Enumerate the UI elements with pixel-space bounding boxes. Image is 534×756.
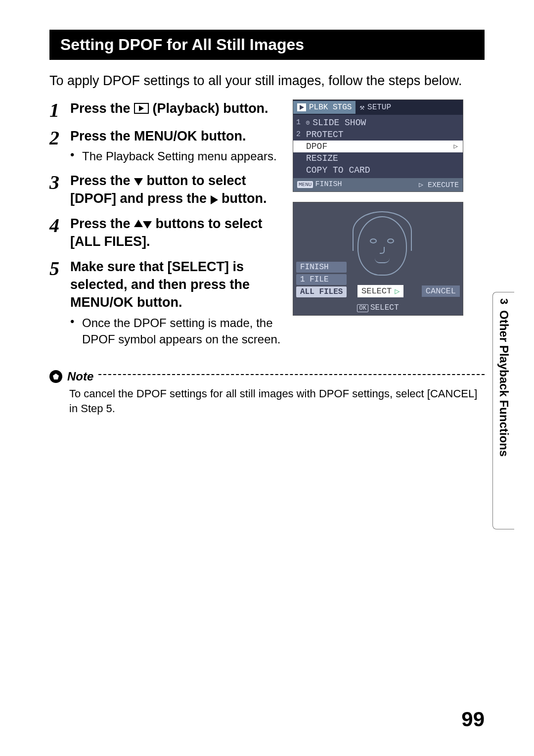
preview-cancel-button: CANCEL — [422, 285, 460, 297]
bullet-icon: • — [70, 148, 82, 165]
menu-row-resize: RESIZE — [293, 152, 463, 164]
step-1: 1 Press the (Playback) button. — [49, 99, 283, 120]
camera-menu-screen: PLBK STGS ⚒ SETUP 1 ◎ SLIDE SHOW 2 — [293, 99, 463, 192]
menu-badge-icon: MENU — [297, 181, 313, 188]
preview-action-row: SELECT ▷ CANCEL — [357, 285, 460, 297]
text-fragment: button. — [222, 191, 267, 206]
target-icon: ◎ — [306, 119, 310, 126]
wrench-icon: ⚒ — [359, 102, 364, 112]
down-triangle-icon — [134, 178, 143, 186]
camera-menu-footer: MENUFINISH ▷ EXECUTE — [293, 178, 463, 191]
chevron-right-icon: ▷ — [395, 286, 400, 296]
chapter-title: Other Playback Functions — [497, 310, 511, 457]
step-3: 3 Press the button to select [DPOF] and … — [49, 172, 283, 208]
chapter-number: 3 — [497, 298, 510, 304]
row-label: PROTECT — [306, 130, 344, 140]
step-5: 5 Make sure that [SELECT] is selected, a… — [49, 258, 283, 348]
ok-badge-icon: OK — [357, 304, 368, 312]
bullet-icon: • — [70, 315, 82, 348]
content-columns: 1 Press the (Playback) button. 2 Press t… — [49, 99, 485, 355]
camera-screenshots: PLBK STGS ⚒ SETUP 1 ◎ SLIDE SHOW 2 — [293, 99, 463, 316]
preview-footer-label: SELECT — [370, 303, 399, 312]
page-number: 99 — [461, 708, 485, 731]
camera-preview-screen: FINISH 1 FILE ALL FILES SELECT ▷ CANCEL … — [293, 202, 463, 316]
menu-row-protect: 2 PROTECT — [293, 129, 463, 141]
right-triangle-icon — [211, 195, 218, 204]
camera-tabs: PLBK STGS ⚒ SETUP — [293, 100, 463, 115]
menu-row-slideshow: 1 ◎ SLIDE SHOW — [293, 117, 463, 129]
step-title: Press the buttons to select [ALL FILES]. — [70, 215, 283, 251]
step-title: Press the (Playback) button. — [70, 99, 283, 117]
preview-select-button: SELECT ▷ — [357, 285, 403, 297]
text-fragment: Press the — [70, 216, 134, 231]
row-index: 1 — [296, 118, 303, 127]
note-label: Note — [67, 370, 93, 383]
menu-row-dpof: DPOF ▷ — [293, 141, 463, 152]
step-list: 1 Press the (Playback) button. 2 Press t… — [49, 99, 283, 355]
note-dashes — [98, 374, 485, 375]
playback-tab-icon — [297, 103, 306, 111]
text-fragment: Press the — [70, 101, 134, 116]
option-1file: 1 FILE — [296, 274, 347, 285]
step-title: Make sure that [SELECT] is selected, and… — [70, 258, 283, 312]
chapter-thumb-tab: 3 Other Playback Functions — [492, 292, 514, 529]
row-label: DPOF — [306, 142, 327, 151]
chevron-right-icon: ▷ — [454, 142, 458, 150]
row-label: RESIZE — [306, 153, 338, 163]
intro-text: To apply DPOF settings to all your still… — [49, 72, 485, 91]
step-title: Press the MENU/OK button. — [70, 127, 283, 145]
text-fragment: Press the — [70, 173, 134, 188]
footer-right-label: EXECUTE — [428, 181, 459, 189]
option-finish: FINISH — [296, 262, 347, 273]
option-allfiles: ALL FILES — [296, 286, 347, 297]
step-number: 5 — [49, 258, 70, 348]
note-block: Note To cancel the DPOF settings for all… — [49, 370, 485, 416]
step-number: 2 — [49, 127, 70, 165]
row-label: COPY TO CARD — [306, 165, 370, 175]
row-index: 2 — [296, 130, 303, 139]
step-number: 1 — [49, 99, 70, 120]
step-number: 4 — [49, 215, 70, 251]
row-label: SLIDE SHOW — [312, 118, 366, 128]
step-2: 2 Press the MENU/OK button. • The Playba… — [49, 127, 283, 165]
tab-setup: ⚒ SETUP — [356, 100, 395, 114]
camera-menu-list: 1 ◎ SLIDE SHOW 2 PROTECT DPOF ▷ — [293, 115, 463, 178]
face-illustration — [348, 211, 417, 285]
step-4: 4 Press the buttons to select [ALL FILES… — [49, 215, 283, 251]
menu-row-copy: COPY TO CARD — [293, 164, 463, 176]
step-number: 3 — [49, 172, 70, 208]
playback-icon — [134, 103, 149, 114]
preview-option-stack: FINISH 1 FILE ALL FILES — [296, 262, 347, 297]
tab-label: PLBK STGS — [309, 103, 352, 112]
step-title: Press the button to select [DPOF] and pr… — [70, 172, 283, 208]
text-fragment: (Playback) button. — [153, 101, 268, 116]
up-triangle-icon — [134, 220, 143, 227]
step-subtext: Once the DPOF setting is made, the DPOF … — [82, 315, 283, 348]
note-body: To cancel the DPOF settings for all stil… — [69, 386, 485, 416]
manual-page: Setting DPOF for All Still Images To app… — [0, 0, 534, 756]
section-header: Setting DPOF for All Still Images — [49, 30, 485, 60]
note-icon — [49, 370, 62, 383]
footer-left-label: FINISH — [315, 180, 342, 189]
tab-label: SETUP — [367, 103, 391, 112]
tab-plbk-stgs: PLBK STGS — [293, 101, 356, 114]
select-label: SELECT — [361, 286, 392, 296]
down-triangle-icon — [143, 221, 152, 229]
step-subtext: The Playback Setting menu appears. — [82, 148, 277, 165]
chevron-right-icon: ▷ — [419, 181, 423, 189]
preview-footer: OKSELECT — [293, 303, 463, 312]
